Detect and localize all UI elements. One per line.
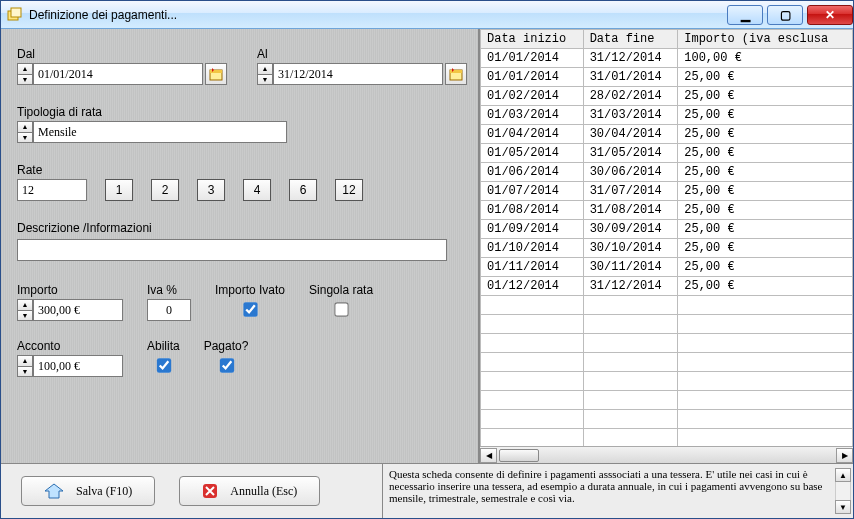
al-input[interactable] <box>273 63 443 85</box>
table-cell: 31/12/2014 <box>583 277 678 296</box>
table-row[interactable]: 01/01/201431/01/201425,00 € <box>481 68 853 87</box>
save-button-label: Salva (F10) <box>76 484 132 499</box>
acconto-spin-up[interactable]: ▲ <box>17 355 33 366</box>
table-row[interactable] <box>481 296 853 315</box>
tipologia-spin-up[interactable]: ▲ <box>17 121 33 132</box>
calendar-icon <box>209 67 223 81</box>
table-cell: 28/02/2014 <box>583 87 678 106</box>
help-scroll-up[interactable]: ▲ <box>835 468 851 482</box>
table-cell: 31/01/2014 <box>583 68 678 87</box>
table-row[interactable] <box>481 410 853 429</box>
app-window: Definizione dei pagamenti... ▁ ▢ ✕ Dal ▲ <box>0 0 854 519</box>
table-row[interactable]: 01/12/201431/12/201425,00 € <box>481 277 853 296</box>
help-scroll-down[interactable]: ▼ <box>835 500 851 514</box>
iva-input[interactable] <box>147 299 191 321</box>
singola-rata-label: Singola rata <box>309 283 373 297</box>
rate-preset-12[interactable]: 12 <box>335 179 363 201</box>
table-row[interactable] <box>481 429 853 447</box>
table-header[interactable]: Importo (iva esclusa <box>678 30 853 49</box>
table-cell <box>583 391 678 410</box>
table-cell: 01/06/2014 <box>481 163 584 182</box>
al-spin-up[interactable]: ▲ <box>257 63 273 74</box>
table-cell: 31/03/2014 <box>583 106 678 125</box>
help-scrollbar[interactable]: ▲ ▼ <box>835 468 851 514</box>
table-row[interactable]: 01/09/201430/09/201425,00 € <box>481 220 853 239</box>
horizontal-scrollbar[interactable]: ◀ ▶ <box>480 446 853 463</box>
rate-input[interactable] <box>17 179 87 201</box>
svg-rect-3 <box>210 70 222 73</box>
table-cell: 01/03/2014 <box>481 106 584 125</box>
table-row[interactable]: 01/08/201431/08/201425,00 € <box>481 201 853 220</box>
table-header[interactable]: Data inizio <box>481 30 584 49</box>
rate-preset-3[interactable]: 3 <box>197 179 225 201</box>
table-cell: 25,00 € <box>678 87 853 106</box>
cancel-button[interactable]: Annulla (Esc) <box>179 476 320 506</box>
acconto-input[interactable] <box>33 355 123 377</box>
minimize-button[interactable]: ▁ <box>727 5 763 25</box>
table-row[interactable]: 01/03/201431/03/201425,00 € <box>481 106 853 125</box>
payments-table: Data inizioData fineImporto (iva esclusa… <box>480 29 853 446</box>
dal-label: Dal <box>17 47 227 61</box>
scroll-thumb[interactable] <box>499 449 539 462</box>
al-spin-down[interactable]: ▼ <box>257 74 273 86</box>
table-row[interactable]: 01/01/201431/12/2014100,00 € <box>481 49 853 68</box>
table-row[interactable] <box>481 353 853 372</box>
rate-preset-4[interactable]: 4 <box>243 179 271 201</box>
table-row[interactable]: 01/10/201430/10/201425,00 € <box>481 239 853 258</box>
importo-spin-down[interactable]: ▼ <box>17 310 33 322</box>
table-cell: 25,00 € <box>678 163 853 182</box>
scroll-left-button[interactable]: ◀ <box>480 448 497 463</box>
table-cell: 01/09/2014 <box>481 220 584 239</box>
table-cell <box>481 296 584 315</box>
dal-calendar-button[interactable] <box>205 63 227 85</box>
table-row[interactable]: 01/05/201431/05/201425,00 € <box>481 144 853 163</box>
tipologia-spin-down[interactable]: ▼ <box>17 132 33 144</box>
rate-preset-2[interactable]: 2 <box>151 179 179 201</box>
rate-preset-6[interactable]: 6 <box>289 179 317 201</box>
close-button[interactable]: ✕ <box>807 5 853 25</box>
table-row[interactable] <box>481 372 853 391</box>
dal-input[interactable] <box>33 63 203 85</box>
importo-spin-up[interactable]: ▲ <box>17 299 33 310</box>
table-cell <box>481 391 584 410</box>
table-row[interactable] <box>481 315 853 334</box>
singola-rata-checkbox[interactable] <box>310 302 373 316</box>
svg-rect-5 <box>450 70 462 73</box>
abilita-label: Abilita <box>147 339 180 353</box>
table-cell: 01/05/2014 <box>481 144 584 163</box>
rate-preset-1[interactable]: 1 <box>105 179 133 201</box>
table-cell: 25,00 € <box>678 125 853 144</box>
acconto-spin-down[interactable]: ▼ <box>17 366 33 378</box>
table-header[interactable]: Data fine <box>583 30 678 49</box>
help-text: Questa scheda consente di definire i pag… <box>389 468 822 504</box>
table-cell <box>678 315 853 334</box>
scroll-right-button[interactable]: ▶ <box>836 448 853 463</box>
dal-spin-up[interactable]: ▲ <box>17 63 33 74</box>
table-cell: 30/09/2014 <box>583 220 678 239</box>
table-cell: 25,00 € <box>678 201 853 220</box>
table-row[interactable]: 01/04/201430/04/201425,00 € <box>481 125 853 144</box>
table-cell: 01/10/2014 <box>481 239 584 258</box>
maximize-button[interactable]: ▢ <box>767 5 803 25</box>
tipologia-input[interactable] <box>33 121 287 143</box>
table-row[interactable]: 01/06/201430/06/201425,00 € <box>481 163 853 182</box>
table-cell <box>678 296 853 315</box>
table-row[interactable]: 01/11/201430/11/201425,00 € <box>481 258 853 277</box>
abilita-checkbox[interactable] <box>150 358 178 372</box>
table-row[interactable]: 01/07/201431/07/201425,00 € <box>481 182 853 201</box>
table-row[interactable] <box>481 334 853 353</box>
pagato-checkbox[interactable] <box>206 358 247 372</box>
importo-ivato-checkbox[interactable] <box>216 302 285 316</box>
table-cell: 25,00 € <box>678 239 853 258</box>
dal-spin-down[interactable]: ▼ <box>17 74 33 86</box>
table-cell: 30/04/2014 <box>583 125 678 144</box>
importo-input[interactable] <box>33 299 123 321</box>
al-calendar-button[interactable] <box>445 63 467 85</box>
descrizione-input[interactable] <box>17 239 447 261</box>
table-cell: 25,00 € <box>678 144 853 163</box>
table-row[interactable] <box>481 391 853 410</box>
table-cell: 01/01/2014 <box>481 68 584 87</box>
save-button[interactable]: Salva (F10) <box>21 476 155 506</box>
table-cell <box>678 429 853 447</box>
table-row[interactable]: 01/02/201428/02/201425,00 € <box>481 87 853 106</box>
